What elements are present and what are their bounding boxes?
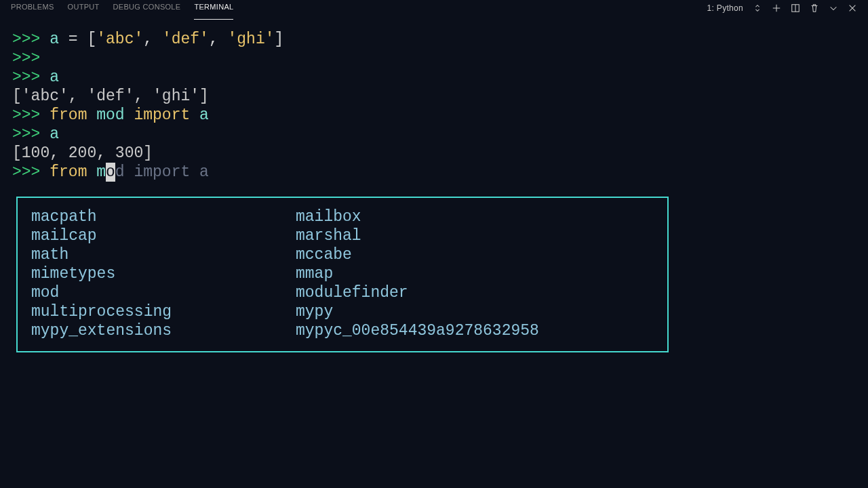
- completion-item[interactable]: math: [31, 245, 296, 264]
- completion-popup: macpathmailcapmathmimetypesmodmultiproce…: [16, 197, 669, 352]
- completion-item[interactable]: mypy_extensions: [31, 321, 296, 340]
- completion-item[interactable]: mailbox: [296, 207, 560, 226]
- completion-item[interactable]: mod: [31, 283, 296, 302]
- trash-icon[interactable]: [810, 3, 819, 13]
- completion-item[interactable]: mimetypes: [31, 264, 296, 283]
- chevron-down-icon[interactable]: [829, 3, 838, 13]
- completion-item[interactable]: mailcap: [31, 226, 296, 245]
- completion-item[interactable]: modulefinder: [296, 283, 560, 302]
- completion-item[interactable]: mccabe: [296, 245, 560, 264]
- terminal-selector[interactable]: 1: Python: [707, 0, 743, 18]
- ghost-text: d import a: [115, 163, 209, 181]
- completion-item[interactable]: mypyc_00e854439a9278632958: [296, 321, 560, 340]
- completion-item[interactable]: marshal: [296, 226, 560, 245]
- panel-actions: 1: Python: [707, 0, 857, 18]
- close-icon[interactable]: [848, 3, 857, 13]
- panel-tabs: PROBLEMSOUTPUTDEBUG CONSOLETERMINAL: [11, 0, 233, 20]
- terminal-line: >>>: [12, 49, 856, 68]
- completion-item[interactable]: mypy: [296, 302, 560, 321]
- terminal-input-line[interactable]: >>> from mod import a: [12, 163, 856, 182]
- terminal-line: [100, 200, 300]: [12, 144, 856, 163]
- terminal-line: >>> a: [12, 125, 856, 144]
- terminal-selector-label: 1: Python: [707, 0, 743, 18]
- terminal-line: >>> from mod import a: [12, 106, 856, 125]
- completion-item[interactable]: macpath: [31, 207, 296, 226]
- terminal-line: >>> a = ['abc', 'def', 'ghi']: [12, 30, 856, 49]
- panel-tab-bar: PROBLEMSOUTPUTDEBUG CONSOLETERMINAL 1: P…: [0, 0, 868, 16]
- completion-item[interactable]: multiprocessing: [31, 302, 296, 321]
- terminal-view[interactable]: >>> a = ['abc', 'def', 'ghi']>>> >>> a['…: [0, 16, 868, 352]
- panel-tab-output[interactable]: OUTPUT: [68, 0, 100, 20]
- terminal-cursor: o: [106, 163, 115, 182]
- completion-item[interactable]: mmap: [296, 264, 560, 283]
- panel-tab-problems[interactable]: PROBLEMS: [11, 0, 54, 20]
- terminal-line: ['abc', 'def', 'ghi']: [12, 87, 856, 106]
- panel-tab-debug-console[interactable]: DEBUG CONSOLE: [113, 0, 181, 20]
- chevron-updown-icon[interactable]: [753, 3, 762, 13]
- plus-icon[interactable]: [772, 3, 781, 13]
- panel-tab-terminal[interactable]: TERMINAL: [194, 0, 233, 20]
- split-icon[interactable]: [791, 3, 800, 13]
- terminal-line: >>> a: [12, 68, 856, 87]
